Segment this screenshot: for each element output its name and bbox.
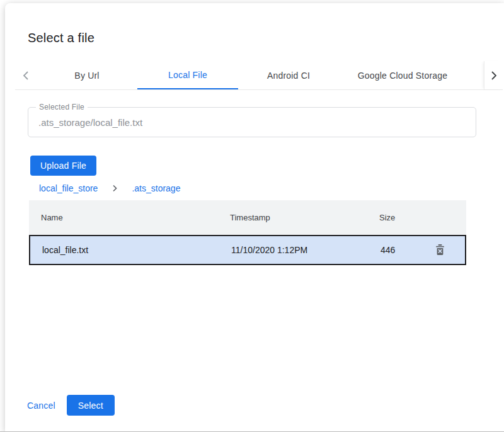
file-size-cell: 446 (381, 245, 425, 255)
selected-file-field-label: Selected File (36, 103, 88, 111)
chevron-left-icon (21, 71, 30, 81)
tab-android-ci[interactable]: Android CI (238, 61, 339, 89)
delete-file-button[interactable] (432, 242, 447, 258)
cancel-button[interactable]: Cancel (27, 401, 55, 411)
tabs-scroll-left-button[interactable] (15, 61, 37, 89)
selected-file-input[interactable] (28, 108, 476, 137)
dialog-title: Select a file (28, 31, 94, 45)
breadcrumb: local_file_store .ats_storage (39, 183, 180, 193)
chevron-right-icon (490, 71, 498, 81)
dialog-footer: Cancel Select (27, 395, 115, 416)
table-header-row: Name Timestamp Size (29, 200, 466, 235)
file-name-cell: local_file.txt (30, 245, 231, 255)
file-timestamp-cell: 11/10/2020 1:12PM (231, 245, 381, 255)
upload-file-button[interactable]: Upload File (30, 156, 96, 176)
column-header-size: Size (379, 213, 423, 222)
select-button[interactable]: Select (67, 395, 115, 416)
select-file-dialog: Select a file By Url Local File Android … (5, 3, 504, 432)
tab-google-cloud-storage[interactable]: Google Cloud Storage (339, 61, 466, 89)
column-header-timestamp: Timestamp (230, 213, 379, 222)
trash-delete-icon (435, 244, 445, 256)
tab-by-url[interactable]: By Url (37, 61, 137, 89)
table-row[interactable]: local_file.txt 11/10/2020 1:12PM 446 (29, 235, 466, 265)
breadcrumb-link-local-file-store[interactable]: local_file_store (39, 183, 98, 193)
selected-file-field: Selected File (28, 107, 476, 137)
tabs-scroll-right-button[interactable] (484, 61, 503, 89)
file-table: Name Timestamp Size local_file.txt 11/10… (29, 200, 466, 265)
breadcrumb-link-ats-storage[interactable]: .ats_storage (132, 183, 180, 193)
column-header-name: Name (29, 213, 230, 222)
tab-bar: By Url Local File Android CI Google Clou… (15, 61, 503, 90)
tab-local-file[interactable]: Local File (137, 61, 238, 89)
breadcrumb-chevron-icon (112, 185, 118, 192)
